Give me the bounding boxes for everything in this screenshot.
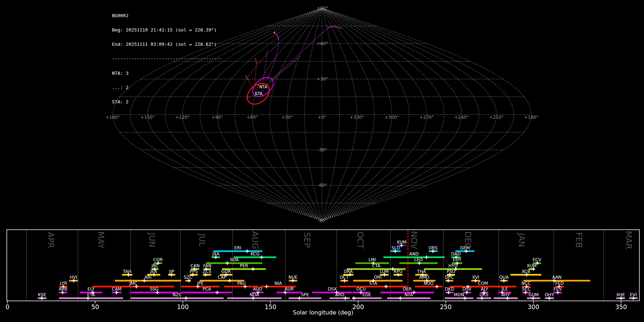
equator-longitude-label: +210° xyxy=(489,114,504,120)
shower-label-NZC: NZC xyxy=(172,292,182,297)
latitude-label: +30° xyxy=(317,76,328,82)
equator-longitude-label: +90° xyxy=(211,114,223,120)
equator-longitude-label: +180° xyxy=(106,114,120,120)
shower-label-PSU: PSU xyxy=(447,269,455,274)
shower-peak-STA xyxy=(384,285,388,288)
shower-label-STA: STA xyxy=(369,281,377,286)
latitude-label: -30° xyxy=(318,147,327,152)
meteor-trail-dotted xyxy=(255,64,257,84)
latitude-label: -90° xyxy=(318,218,327,223)
x-tick-label-100: 100 xyxy=(177,303,189,311)
meteor-trail-dotted xyxy=(266,40,279,82)
divider-line: ---------------------------------------- xyxy=(112,56,222,61)
shower-label-ELY: ELY xyxy=(87,287,95,292)
month-label-SEP: SEP xyxy=(302,232,312,248)
shower-peak-NZC xyxy=(184,297,188,300)
shower-label-LMI: LMI xyxy=(369,257,376,262)
month-label-JUN: JUN xyxy=(147,232,157,248)
shower-label-ORI: ORI xyxy=(374,275,381,280)
x-tick-label-50: 50 xyxy=(91,303,99,311)
shower-label-HYD: HYD xyxy=(448,263,458,268)
meteor-trail-solid xyxy=(328,26,341,29)
shower-label-XHE: XHE xyxy=(616,292,625,297)
month-label-NOV: NOV xyxy=(409,231,419,249)
shower-label-ARI: ARI xyxy=(144,275,151,280)
x-tick-label-200: 200 xyxy=(352,303,364,311)
shower-label-AUR: AUR xyxy=(285,287,294,292)
shower-label-SPE: SPE xyxy=(301,292,309,297)
x-tick-label-0: 0 xyxy=(6,303,10,311)
shower-label-XCB: XCB xyxy=(522,269,530,274)
shower-bar-NTA xyxy=(387,297,430,299)
shower-bar-SPE xyxy=(289,297,321,299)
shower-label-LEO: LEO xyxy=(414,257,423,262)
shower-bar-PCA xyxy=(181,292,232,293)
shower-label-PER: PER xyxy=(240,263,248,268)
x-axis-title: Solar longitude (deg) xyxy=(293,309,353,316)
shower-label-SDA: SDA xyxy=(230,257,239,262)
shower-bar-EGE xyxy=(352,297,382,299)
shower-label-DRA: DRA xyxy=(344,269,353,274)
shower-bar-KCG xyxy=(234,257,276,258)
shower-bar-ETA xyxy=(59,297,123,299)
shower-label-NCC: NCC xyxy=(521,281,531,286)
shower-peak-ERI xyxy=(245,249,249,253)
shower-peak-KCG xyxy=(260,255,263,259)
shower-label-SLD: SLD xyxy=(391,245,400,250)
shower-peak-PER xyxy=(251,267,255,271)
shower-bar-URS xyxy=(477,297,491,299)
equator-longitude-label: +240° xyxy=(454,114,469,120)
shower-label-NOO: NOO xyxy=(424,281,434,286)
info-panel: BG000J Beg: 20251110 21:41:15 (sol = 228… xyxy=(112,4,222,114)
shower-bar-JMC xyxy=(92,286,174,288)
shower-label-URS: URS xyxy=(479,292,488,297)
shower-peak-NOO xyxy=(435,285,439,288)
x-tick-label-150: 150 xyxy=(265,303,276,311)
radiant-label-STA: STA xyxy=(255,91,262,96)
shower-label-PAU: PAU xyxy=(237,281,245,286)
shower-label-SCC: SCC xyxy=(522,287,531,292)
shower-label-NDA: NDA xyxy=(250,292,259,297)
latitude-label: +60° xyxy=(317,41,328,46)
equator-longitude-label: +0° xyxy=(318,114,327,120)
month-label-FEB: FEB xyxy=(574,232,584,248)
equator-longitude-label: +180° xyxy=(524,114,539,120)
equator-longitude-label: +330° xyxy=(350,114,364,120)
radiant-activity-screen: +180°+150°+120°+90°+60°+30°+0°+330°+300°… xyxy=(0,0,644,322)
shower-peak-PCA xyxy=(215,291,219,294)
equator-longitude-label: +150° xyxy=(140,114,155,120)
shower-label-AHY: AHY xyxy=(501,292,510,297)
shower-label-PPS: PPS xyxy=(190,269,198,274)
sky-map: +180°+150°+120°+90°+60°+30°+0°+330°+300°… xyxy=(0,0,644,229)
shower-label-AND: AND xyxy=(409,252,419,257)
month-label-OCT: OCT xyxy=(356,231,365,249)
shower-peak-NIA xyxy=(265,285,268,288)
shower-bar-NZC xyxy=(131,297,224,299)
latitude-label: +90° xyxy=(317,5,328,11)
shower-label-THA: THA xyxy=(417,269,426,274)
equator-longitude-label: +120° xyxy=(175,114,190,120)
shower-label-NIA: NIA xyxy=(274,281,282,286)
shower-label-FAN: FAN xyxy=(203,263,211,268)
observation-end: End: 20251111 03:09:42 (sol = 228.62°) xyxy=(112,42,222,47)
shower-bar-JPE xyxy=(181,286,220,288)
shower-bar-SSG xyxy=(131,292,178,293)
shower-label-TAH: TAH xyxy=(123,269,132,274)
shower-bar-STA xyxy=(340,286,407,288)
meteor-trail-solid xyxy=(255,58,257,64)
shower-label-NTA: NTA xyxy=(405,292,413,297)
count-sporadic: ...: 2 xyxy=(112,85,222,90)
shower-bar-ARI xyxy=(115,280,181,282)
meteor-trail-dotted xyxy=(269,28,328,82)
shower-label-DPC: DPC xyxy=(445,275,454,280)
shower-label-AVB: AVB xyxy=(59,287,67,292)
month-label-AUG: AUG xyxy=(250,231,260,249)
latitude-label: -60° xyxy=(318,182,327,188)
shower-label-KCG: KCG xyxy=(251,252,260,257)
shower-peak-CAP xyxy=(228,279,231,283)
shower-bar-AUR xyxy=(277,292,302,293)
shower-label-ERI: ERI xyxy=(234,245,241,250)
shower-label-COM: COM xyxy=(478,281,488,286)
x-tick-label-350: 350 xyxy=(615,303,627,311)
month-label-JUL: JUL xyxy=(197,233,207,247)
